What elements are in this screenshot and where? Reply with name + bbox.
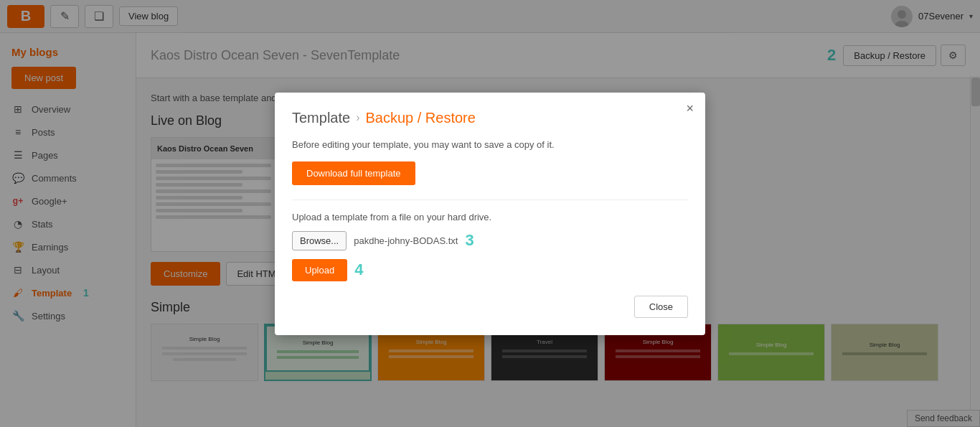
upload-description: Upload a template from a file on your ha… bbox=[292, 212, 688, 222]
upload-button-row: Upload 4 bbox=[292, 259, 688, 281]
upload-section: Upload a template from a file on your ha… bbox=[292, 200, 688, 281]
modal-overlay: × Template › Backup / Restore Before edi… bbox=[0, 0, 980, 427]
modal-breadcrumb: Template › Backup / Restore bbox=[292, 110, 688, 126]
modal-close-button[interactable]: × bbox=[686, 101, 694, 116]
browse-button[interactable]: Browse... bbox=[292, 231, 347, 250]
upload-row: Browse... pakdhe-johny-BODAS.txt 3 bbox=[292, 231, 688, 250]
modal-footer: Close bbox=[292, 296, 688, 318]
step-4-indicator: 4 bbox=[354, 261, 363, 279]
breadcrumb-current: Backup / Restore bbox=[365, 110, 475, 126]
step-3-indicator: 3 bbox=[465, 231, 473, 250]
file-name-label: pakdhe-johny-BODAS.txt bbox=[354, 235, 458, 246]
download-full-template-button[interactable]: Download full template bbox=[292, 161, 415, 185]
modal-description: Before editing your template, you may wa… bbox=[292, 139, 688, 150]
breadcrumb-template: Template bbox=[292, 110, 350, 126]
modal-close-footer-button[interactable]: Close bbox=[634, 296, 688, 318]
breadcrumb-arrow: › bbox=[356, 111, 359, 124]
upload-button[interactable]: Upload bbox=[292, 259, 347, 281]
backup-restore-modal: × Template › Backup / Restore Before edi… bbox=[275, 93, 705, 335]
